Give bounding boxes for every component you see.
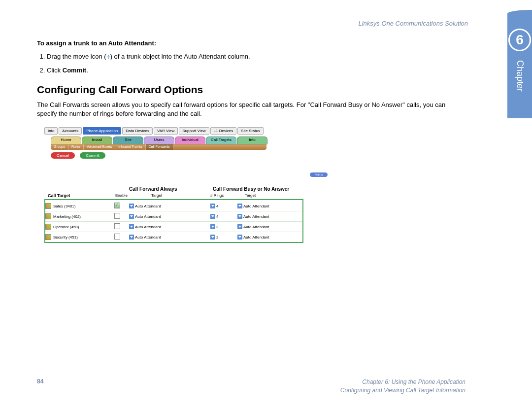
col-header-always: Call Forward Always xyxy=(129,186,177,192)
table-row: Sales (3401)Auto Attendant4Auto Attendan… xyxy=(45,201,302,211)
section-heading: Configuring Call Forward Options xyxy=(37,84,466,96)
rings-value: 4 xyxy=(216,204,218,208)
cancel-button[interactable]: Cancel xyxy=(51,152,75,159)
target-value: Auto Attendant xyxy=(243,204,269,208)
main-tab[interactable]: Phone Application xyxy=(83,127,121,135)
sub-nav-tab[interactable]: Call Forwards xyxy=(146,144,173,150)
tertiary-nav-row: GroupsRolesVoicemail BoxesInbound Trunks… xyxy=(51,144,266,150)
page-content: To assign a trunk to an Auto Attendant: … xyxy=(37,39,466,243)
rings-value: 2 xyxy=(216,225,218,229)
main-tab[interactable]: L1 Devices xyxy=(210,127,237,135)
dropdown-icon[interactable] xyxy=(129,235,134,240)
target-value: Auto Attendant xyxy=(135,214,161,219)
sub-nav-tab[interactable]: Groups xyxy=(51,144,68,150)
dropdown-icon[interactable] xyxy=(210,235,215,240)
dropdown-icon[interactable] xyxy=(210,204,215,208)
col-header-t2: Target xyxy=(245,193,256,198)
move-icon: ✢ xyxy=(106,54,110,60)
instruction-step-1: Drag the move icon (✢) of a trunk object… xyxy=(47,52,466,62)
section-paragraph: The Call Forwards screen allows you to s… xyxy=(37,101,466,118)
nav-tab[interactable]: Home xyxy=(51,137,81,144)
main-tab[interactable]: Site Status xyxy=(237,127,264,135)
target-icon xyxy=(45,213,51,219)
dropdown-icon[interactable] xyxy=(129,214,134,219)
call-forward-table: Call Forward Always Call Forward Busy or… xyxy=(44,199,303,243)
target-value: Auto Attendant xyxy=(135,235,161,240)
dropdown-icon[interactable] xyxy=(237,224,242,229)
page-footer: 84 Chapter 6: Using the Phone Applicatio… xyxy=(37,378,466,395)
rings-value: 2 xyxy=(216,235,218,240)
main-tab-bar: InfoAccountsPhone ApplicationData Device… xyxy=(44,127,342,135)
sub-heading: To assign a trunk to an Auto Attendant: xyxy=(37,39,466,47)
nav-tab[interactable]: Info xyxy=(237,137,267,144)
chapter-tab: 6 Chapter xyxy=(507,10,532,118)
target-value: Auto Attendant xyxy=(135,225,161,229)
dropdown-icon[interactable] xyxy=(210,214,215,219)
dropdown-icon[interactable] xyxy=(237,204,242,208)
dropdown-icon[interactable] xyxy=(237,214,242,219)
product-header: Linksys One Communications Solution xyxy=(358,20,468,27)
chapter-label: Chapter xyxy=(515,60,525,92)
sub-nav-tab[interactable]: Roles xyxy=(68,144,84,150)
dropdown-icon[interactable] xyxy=(237,235,242,240)
col-header-rings: # Rings xyxy=(210,193,224,198)
nav-tab[interactable]: Users xyxy=(144,137,174,144)
target-value: Auto Attendant xyxy=(243,225,269,229)
table-row: Operator (450)Auto Attendant2Auto Attend… xyxy=(45,221,302,232)
commit-button[interactable]: Commit xyxy=(80,152,105,159)
main-tab[interactable]: Accounts xyxy=(59,127,82,135)
enable-checkbox[interactable] xyxy=(114,203,120,208)
target-value: Auto Attendant xyxy=(243,214,269,219)
main-tab[interactable]: Support View xyxy=(179,127,209,135)
target-name: Operator (450) xyxy=(53,225,79,229)
target-icon xyxy=(45,203,51,209)
nav-tab[interactable]: Individual xyxy=(175,137,205,144)
col-header-enable: Enable xyxy=(115,193,128,198)
enable-checkbox[interactable] xyxy=(114,234,120,240)
sub-nav-tab[interactable]: Inbound Trunks xyxy=(115,144,145,150)
chapter-number: 6 xyxy=(508,29,531,51)
dropdown-icon[interactable] xyxy=(129,204,134,208)
rings-value: 4 xyxy=(216,214,218,219)
screenshot-panel: InfoAccountsPhone ApplicationData Device… xyxy=(37,127,342,243)
target-name: Sales (3401) xyxy=(53,204,75,208)
table-row: Marketing (402)Auto Attendant4Auto Atten… xyxy=(45,211,302,221)
main-tab[interactable]: Info xyxy=(44,127,58,135)
dropdown-icon[interactable] xyxy=(210,224,215,229)
col-header-target: Call Target xyxy=(48,193,70,198)
help-button[interactable]: Help xyxy=(310,172,328,177)
main-tab[interactable]: Data Devices xyxy=(122,127,153,135)
instruction-list: Drag the move icon (✢) of a trunk object… xyxy=(37,52,466,75)
page-number: 84 xyxy=(37,378,43,395)
enable-checkbox[interactable] xyxy=(114,213,120,219)
enable-checkbox[interactable] xyxy=(114,223,120,229)
nav-tab[interactable]: Install xyxy=(82,137,112,144)
main-tab[interactable]: VAR View xyxy=(154,127,178,135)
nav-tab[interactable]: Site xyxy=(113,137,143,144)
target-icon xyxy=(45,234,51,240)
target-name: Security (451) xyxy=(53,235,78,240)
target-value: Auto Attendant xyxy=(135,204,161,208)
dropdown-icon[interactable] xyxy=(129,224,134,229)
instruction-step-2: Click Commit. xyxy=(47,66,466,75)
footer-chapter-info: Chapter 6: Using the Phone Application C… xyxy=(340,378,466,395)
nav-tab[interactable]: Call Targets xyxy=(206,137,236,144)
sub-nav-tab[interactable]: Voicemail Boxes xyxy=(84,144,115,150)
target-name: Marketing (402) xyxy=(53,214,81,219)
target-value: Auto Attendant xyxy=(243,235,269,240)
secondary-nav-row: HomeInstallSiteUsersIndividualCall Targe… xyxy=(51,137,342,144)
col-header-busy: Call Forward Busy or No Answer xyxy=(213,186,289,192)
table-row: Security (451)Auto Attendant2Auto Attend… xyxy=(45,232,302,242)
col-header-t1: Target xyxy=(151,193,162,198)
target-icon xyxy=(45,224,51,230)
